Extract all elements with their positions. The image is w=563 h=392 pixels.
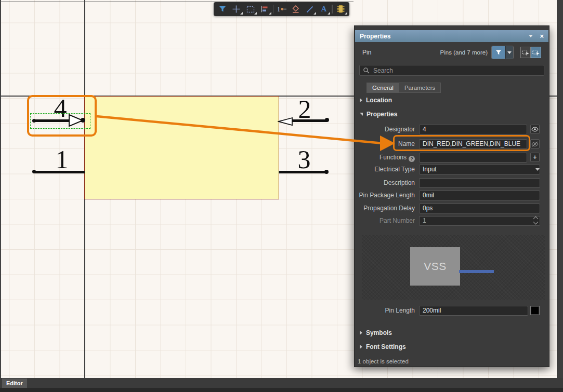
select-inside-icon xyxy=(532,49,540,56)
collapsed-arrow-icon xyxy=(360,98,362,102)
preview-symbol-body: VSS xyxy=(410,247,460,286)
part-number-stepper[interactable]: 1 xyxy=(419,216,540,226)
panel-title: Properties xyxy=(360,33,390,40)
select-overlapping-icon xyxy=(522,49,530,56)
line-icon xyxy=(306,5,314,13)
dropdown-corner xyxy=(313,12,316,15)
propagation-delay-field[interactable]: 0ps xyxy=(419,204,540,213)
dropdown-corner xyxy=(269,12,271,15)
filter-scope-button[interactable] xyxy=(492,46,505,59)
tab-parameters[interactable]: Parameters xyxy=(399,83,441,93)
pin-package-length-row: Pin Package Length 0mil xyxy=(355,191,549,201)
panel-menu-caret-icon[interactable] xyxy=(529,35,533,37)
selection-mode-group xyxy=(520,47,541,58)
description-row: Description xyxy=(355,178,549,188)
section-font-settings[interactable]: Font Settings xyxy=(355,341,549,353)
pin-number-icon: 1 xyxy=(277,5,287,13)
description-field[interactable] xyxy=(419,178,540,188)
pin-length-field[interactable]: 200mil xyxy=(419,306,528,316)
pin-3-number: 3 xyxy=(293,146,316,172)
dropdown-corner xyxy=(254,12,257,15)
select-inside-button[interactable] xyxy=(531,47,541,58)
pin-callout-rect xyxy=(27,95,97,137)
electrical-type-label: Electrical Type xyxy=(355,165,415,174)
section-properties[interactable]: Properties xyxy=(355,109,549,120)
electrical-type-dropdown[interactable]: Input xyxy=(419,165,540,174)
svg-text:1: 1 xyxy=(277,6,280,13)
pin-length-label: Pin Length xyxy=(355,306,415,316)
align-icon xyxy=(260,5,269,13)
ieee-symbol-icon xyxy=(291,5,300,13)
eye-slash-icon xyxy=(531,141,539,147)
sheet-line-vertical-left xyxy=(0,0,1,378)
search-input[interactable] xyxy=(359,65,544,76)
place-line-button[interactable] xyxy=(303,3,317,15)
pin-length-row: Pin Length 200mil xyxy=(355,306,549,316)
section-symbols[interactable]: Symbols xyxy=(355,327,549,339)
filter-scope-split-button[interactable] xyxy=(491,46,514,59)
object-type-label: Pin xyxy=(362,49,371,56)
filter-tool-button[interactable] xyxy=(215,3,229,15)
panel-tabs: General Parameters xyxy=(366,83,441,93)
place-part-button[interactable] xyxy=(334,3,348,15)
filter-icon xyxy=(218,5,227,13)
help-icon[interactable]: ? xyxy=(409,156,415,162)
section-symbols-label: Symbols xyxy=(366,329,392,336)
toolbar-separator xyxy=(332,5,332,13)
right-dock-edge xyxy=(557,0,563,392)
place-pin-button[interactable]: 1 xyxy=(274,3,289,15)
add-function-button[interactable]: + xyxy=(530,153,540,162)
functions-label: Functions? xyxy=(355,153,415,163)
pin-3-end-dot xyxy=(324,170,329,174)
search-box xyxy=(359,65,544,76)
section-location[interactable]: Location xyxy=(355,94,549,106)
toolbar-separator xyxy=(273,5,273,13)
section-properties-label: Properties xyxy=(366,111,397,118)
place-text-button[interactable]: A xyxy=(317,3,331,15)
eye-icon xyxy=(531,127,539,132)
select-overlapping-button[interactable] xyxy=(520,47,531,58)
funnel-icon xyxy=(495,49,502,56)
filter-scope-caret[interactable] xyxy=(505,46,513,59)
properties-panel: Properties × Pin Pins (and 7 more) xyxy=(355,26,549,367)
pin-1-number: 1 xyxy=(50,146,73,172)
dropdown-corner xyxy=(240,12,243,15)
name-field-highlight xyxy=(393,135,530,151)
part-icon xyxy=(336,4,345,14)
align-tool-button[interactable] xyxy=(257,3,271,15)
tab-general[interactable]: General xyxy=(366,83,399,93)
editor-tab[interactable]: Editor xyxy=(2,379,27,388)
document-bar: Editor xyxy=(0,378,563,388)
preview-symbol-text: VSS xyxy=(424,260,447,273)
collapsed-arrow-icon xyxy=(360,331,362,335)
pin-2-input-arrow xyxy=(278,117,293,126)
drawing-toolbar: 1 A xyxy=(214,2,349,16)
panel-close-icon[interactable]: × xyxy=(540,33,544,39)
propagation-delay-label: Propagation Delay xyxy=(355,204,415,213)
designator-label: Designator xyxy=(355,125,415,134)
move-tool-button[interactable] xyxy=(229,3,243,15)
part-number-spinner[interactable] xyxy=(534,217,538,224)
functions-row: Functions? + xyxy=(355,153,549,163)
section-font-settings-label: Font Settings xyxy=(366,343,406,350)
designator-field[interactable]: 4 xyxy=(419,125,527,134)
bottom-strip xyxy=(0,388,563,392)
pin-1-end-dot xyxy=(32,170,36,173)
preview-pin-line xyxy=(459,270,494,273)
functions-field[interactable] xyxy=(419,153,527,163)
pin-color-swatch[interactable] xyxy=(530,306,540,315)
electrical-type-row: Electrical Type Input xyxy=(355,165,549,175)
expanded-arrow-icon xyxy=(360,113,363,116)
selection-tool-button[interactable] xyxy=(243,3,257,15)
pin-2-end-dot xyxy=(325,118,329,122)
panel-header[interactable]: Properties × xyxy=(355,30,548,42)
designator-row: Designator 4 xyxy=(355,125,549,135)
component-body[interactable] xyxy=(84,96,279,199)
dropdown-corner xyxy=(328,12,330,15)
crosshair-icon xyxy=(232,5,241,13)
pin-package-length-field[interactable]: 0mil xyxy=(419,191,540,200)
name-visibility-button[interactable] xyxy=(530,139,540,148)
description-label: Description xyxy=(355,178,415,188)
place-ieee-symbol-button[interactable] xyxy=(289,3,303,15)
designator-visibility-button[interactable] xyxy=(530,125,540,134)
